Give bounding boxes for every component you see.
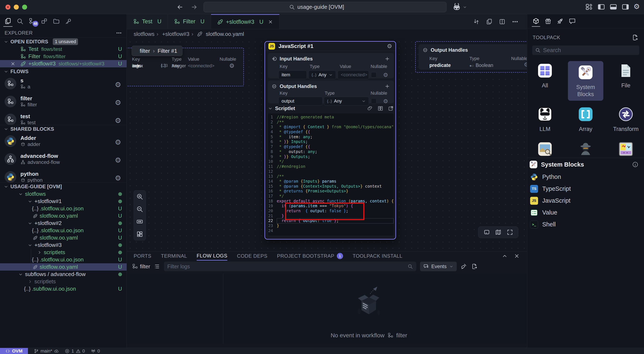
- breadcrumb[interactable]: slotflows +slotflow#3 slotflow.oo.yaml: [127, 29, 527, 39]
- docs-icon[interactable]: [378, 106, 383, 111]
- info-icon[interactable]: [632, 161, 638, 168]
- back-icon[interactable]: [176, 4, 184, 11]
- zoom-out-icon[interactable]: [136, 206, 143, 213]
- shared-block-card[interactable]: python python ⚙: [0, 169, 126, 182]
- toolpack-search-input[interactable]: [543, 47, 636, 54]
- tree-item[interactable]: +slotflow#3: [0, 242, 126, 249]
- remote-indicator[interactable]: OVM: [0, 348, 28, 354]
- add-handle-icon[interactable]: [384, 56, 390, 62]
- minimap-icon[interactable]: [495, 229, 502, 236]
- code-line[interactable]: 8 * output: any;: [268, 149, 394, 154]
- explorer-activity-button[interactable]: [3, 16, 12, 27]
- toggle-panel-icon[interactable]: [610, 3, 617, 11]
- layout-grid-icon[interactable]: [585, 3, 593, 11]
- nullable-checkbox[interactable]: [371, 98, 376, 104]
- code-line[interactable]: 11//#endregion: [268, 164, 394, 169]
- command-center-search[interactable]: [204, 2, 446, 12]
- shared-block-card[interactable]: advanced-flow advanced-flow ⚙: [0, 151, 126, 169]
- gear-icon[interactable]: ⚙: [115, 99, 121, 106]
- workspace-search-input[interactable]: [298, 4, 361, 10]
- tree-item[interactable]: subflows / advanced-flow: [0, 270, 126, 278]
- tree-item[interactable]: scriptlets: [0, 249, 126, 256]
- tree-item[interactable]: {..} .slotflow.ui.oo.json U: [0, 227, 126, 234]
- export-logs-icon[interactable]: [471, 263, 478, 270]
- auto-layout-icon[interactable]: [136, 230, 143, 238]
- toolpack-card[interactable]: LLM: [527, 107, 563, 132]
- tree-item[interactable]: scriptlets: [0, 278, 126, 285]
- gear-icon[interactable]: ⚙: [229, 62, 234, 69]
- gear-icon[interactable]: ⚙: [383, 72, 388, 78]
- tree-item[interactable]: slotflow.oo.yaml U: [0, 234, 126, 242]
- code-line[interactable]: 23}: [268, 223, 394, 228]
- close-icon[interactable]: [268, 20, 273, 24]
- log-search-input[interactable]: [167, 264, 408, 270]
- toggle-secondary-sidebar-icon[interactable]: [622, 3, 630, 11]
- minimize-window-button[interactable]: [14, 4, 19, 10]
- chat-tab-button[interactable]: [568, 16, 576, 27]
- panel-tab[interactable]: TOOLPACK INSTALL: [353, 252, 402, 260]
- duplicate-icon[interactable]: [486, 18, 492, 25]
- flow-card[interactable]: filter filter ⚙: [0, 93, 126, 111]
- tree-item[interactable]: {..} .slotflow.ui.oo.json U: [0, 256, 126, 263]
- git-branch[interactable]: main*: [34, 348, 59, 354]
- open-editor-item[interactable]: Test flows/test U: [0, 46, 126, 53]
- panel-tab[interactable]: PROJECT BOOTSTRAP 1: [277, 252, 343, 260]
- toolpack-card[interactable]: [527, 142, 563, 156]
- more-actions-icon[interactable]: [116, 30, 122, 36]
- panel-tab[interactable]: CODE DEPS: [237, 252, 267, 260]
- toggle-sidebar-icon[interactable]: [597, 3, 605, 11]
- system-block-item[interactable]: JS JavaScript: [527, 195, 644, 206]
- toolpack-card[interactable]: System Blocks: [568, 61, 603, 101]
- code-line[interactable]: 7 * @typedef {{: [268, 144, 394, 149]
- deploy-tab-button[interactable]: [556, 16, 564, 27]
- toolpack-card[interactable]: [608, 142, 644, 156]
- code-line[interactable]: 14 * @param {Inputs} params: [268, 179, 394, 184]
- nullable-checkbox[interactable]: [371, 72, 376, 78]
- handle-key-field[interactable]: output: [278, 97, 323, 106]
- events-dropdown[interactable]: Events: [420, 262, 456, 271]
- handle-key-field[interactable]: item: [278, 70, 307, 79]
- handle-type-select[interactable]: {..}Any: [308, 70, 336, 79]
- open-editor-item[interactable]: +slotflow#3 slotflows/+slotflow#3 U: [0, 60, 126, 67]
- open-editors-header[interactable]: OPEN EDITORS 1 unsaved: [0, 38, 126, 46]
- compare-icon[interactable]: [473, 18, 480, 25]
- tree-item[interactable]: slotflows: [0, 190, 126, 198]
- code-line[interactable]: 3 * @import { Context } from "@oomol/typ…: [268, 124, 394, 130]
- more-actions-icon[interactable]: [512, 18, 518, 25]
- fullscreen-icon[interactable]: [506, 229, 513, 236]
- breadcrumb-part[interactable]: +slotflow#3: [162, 31, 195, 37]
- gear-icon[interactable]: ⚙: [115, 174, 121, 182]
- toolpack-card[interactable]: Array: [568, 107, 603, 132]
- filter-node[interactable]: filter› Filter #1 Key Type Value Nullabl…: [127, 48, 244, 86]
- code-line[interactable]: 10 */: [268, 159, 394, 164]
- code-line[interactable]: 2/**: [268, 120, 394, 125]
- split-editor-icon[interactable]: [499, 18, 506, 25]
- code-line[interactable]: 9 * }} Outputs;: [268, 154, 394, 159]
- code-line[interactable]: 1//#region generated meta: [268, 115, 394, 120]
- forward-icon[interactable]: [190, 4, 198, 11]
- toolpack-tab-button[interactable]: [532, 16, 540, 27]
- tree-item[interactable]: +slotflow#2: [0, 220, 126, 227]
- flows-header[interactable]: FLOWS: [0, 67, 126, 75]
- handle-type-select[interactable]: {..}Any: [324, 97, 369, 106]
- add-handle-icon[interactable]: [384, 84, 390, 89]
- code-line[interactable]: 16 * @returns {Promise<Outputs>}: [268, 189, 394, 194]
- code-line[interactable]: 12: [268, 169, 394, 174]
- toolpack-card[interactable]: [568, 142, 603, 156]
- flow-card[interactable]: s a ⚙: [0, 75, 126, 93]
- toggle-panel-icon[interactable]: [484, 229, 490, 236]
- maximize-panel-icon[interactable]: [502, 253, 508, 259]
- code-line[interactable]: 17 */: [268, 194, 394, 199]
- open-editor-item[interactable]: Filter flows/filter U: [0, 53, 126, 60]
- system-block-item[interactable]: >_ Shell: [527, 218, 644, 230]
- toolpack-card[interactable]: Transform: [608, 107, 644, 132]
- assistant-menu[interactable]: [452, 3, 467, 12]
- zoom-in-icon[interactable]: [136, 193, 143, 200]
- close-window-button[interactable]: [6, 4, 10, 10]
- output-node[interactable]: Output Handles Key Type Nullable predica…: [415, 41, 527, 72]
- flows-activity-button[interactable]: 48: [28, 16, 37, 27]
- flow-canvas[interactable]: filter› Filter #1 Key Type Value Nullabl…: [127, 39, 527, 251]
- javascript-node[interactable]: JS JavaScript #1 ⚙ Input Handles Key Typ…: [264, 41, 396, 240]
- code-line[interactable]: 6 * }} Inputs;: [268, 139, 394, 144]
- project-header[interactable]: USAGE-GUIDE [OVM]: [0, 182, 126, 190]
